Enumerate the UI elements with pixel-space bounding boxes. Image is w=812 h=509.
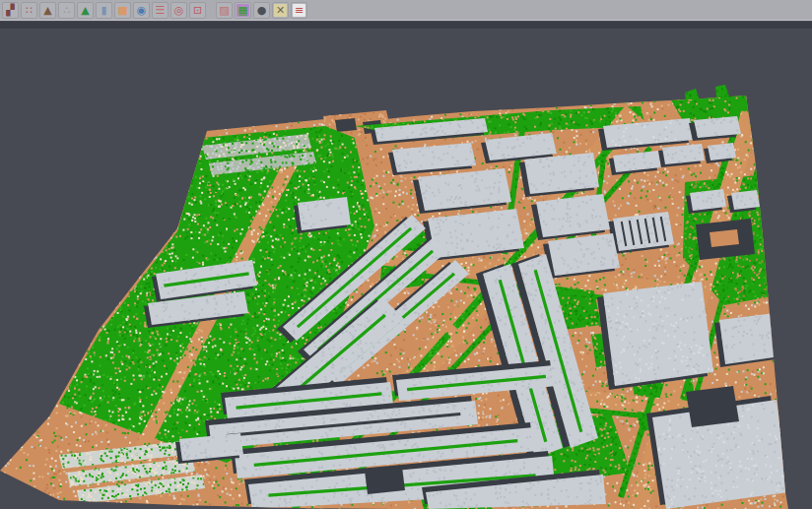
crop-red-button[interactable]: ⊡	[189, 2, 206, 19]
terrain-green-button[interactable]: ▲	[77, 2, 94, 19]
scatter-points-button[interactable]: ∷	[21, 2, 37, 19]
sparse-points-button[interactable]: ∴	[58, 2, 75, 19]
application-window: ▞∷▲∴▲▮■◉☰◎⊡▨▦●✕≡	[0, 0, 812, 509]
sparse-points-icon: ∴	[60, 4, 73, 17]
panel-blue-button[interactable]: ▮	[96, 2, 112, 19]
target-red-button[interactable]: ◎	[170, 2, 187, 19]
scatter-points-icon: ∷	[23, 4, 35, 17]
layers-red-button[interactable]: ☰	[152, 2, 169, 19]
flag-red-icon: ≡	[293, 4, 305, 17]
import-cloud-icon: ▞	[4, 4, 17, 17]
globe-dark-button[interactable]: ●	[253, 2, 270, 19]
toolbar: ▞∷▲∴▲▮■◉☰◎⊡▨▦●✕≡	[0, 0, 812, 21]
flag-red-button[interactable]: ≡	[291, 2, 307, 19]
grid-red-button[interactable]: ▨	[216, 2, 233, 19]
ortho-square-icon: ■	[116, 4, 129, 17]
target-red-icon: ◎	[172, 4, 185, 17]
classified-map-icon: ▦	[237, 4, 249, 17]
reject-tan-icon: ✕	[274, 4, 287, 17]
grid-red-icon: ▨	[218, 4, 231, 17]
globe-dark-icon: ●	[255, 4, 268, 17]
import-cloud-button[interactable]: ▞	[2, 2, 19, 19]
classified-map-button[interactable]: ▦	[235, 2, 251, 19]
panel-blue-icon: ▮	[98, 4, 110, 17]
globe-blue-button[interactable]: ◉	[133, 2, 150, 19]
toolbar-shadow-strip	[0, 22, 812, 29]
reject-tan-button[interactable]: ✕	[272, 2, 289, 19]
crop-red-icon: ⊡	[191, 4, 204, 17]
layers-red-icon: ☰	[154, 4, 167, 17]
globe-blue-icon: ◉	[135, 4, 148, 17]
viewport-3d-pointcloud[interactable]	[0, 0, 812, 509]
terrain-green-icon: ▲	[79, 4, 92, 17]
terrain-brown-button[interactable]: ▲	[39, 2, 56, 19]
ortho-square-button[interactable]: ■	[114, 2, 131, 19]
terrain-brown-icon: ▲	[41, 4, 54, 17]
